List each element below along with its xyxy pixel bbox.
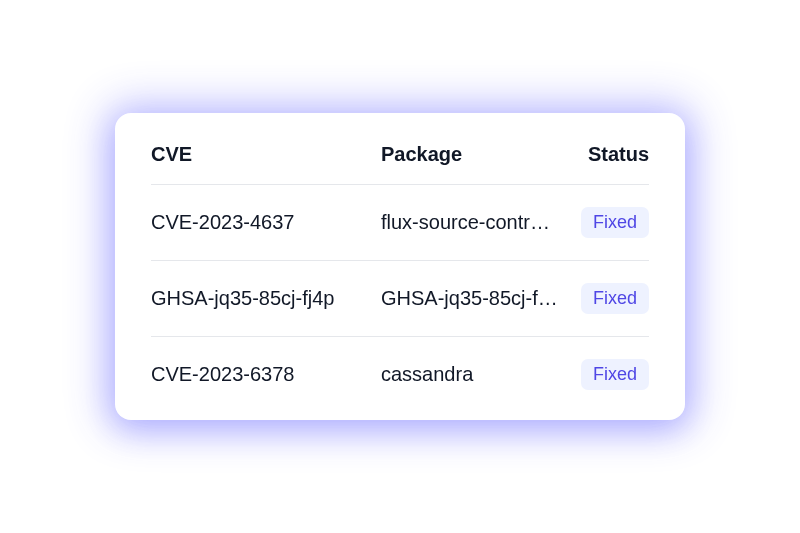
table-row[interactable]: CVE-2023-6378 cassandra Fixed (151, 337, 649, 390)
package-name: GHSA-jq35-85cj-fj4p (381, 287, 569, 310)
status-cell: Fixed (569, 359, 649, 390)
cve-id[interactable]: GHSA-jq35-85cj-fj4p (151, 287, 381, 310)
cve-id[interactable]: CVE-2023-6378 (151, 363, 381, 386)
table-row[interactable]: GHSA-jq35-85cj-fj4p GHSA-jq35-85cj-fj4p … (151, 261, 649, 337)
column-header-status: Status (569, 143, 649, 166)
package-name: cassandra (381, 363, 569, 386)
table-header-row: CVE Package Status (151, 143, 649, 185)
status-cell: Fixed (569, 283, 649, 314)
status-cell: Fixed (569, 207, 649, 238)
cve-id[interactable]: CVE-2023-4637 (151, 211, 381, 234)
package-name: flux-source-controll... (381, 211, 569, 234)
table-row[interactable]: CVE-2023-4637 flux-source-controll... Fi… (151, 185, 649, 261)
vulnerability-table: CVE Package Status CVE-2023-4637 flux-so… (151, 143, 649, 390)
status-badge: Fixed (581, 207, 649, 238)
column-header-package: Package (381, 143, 569, 166)
vulnerability-card: CVE Package Status CVE-2023-4637 flux-so… (115, 113, 685, 420)
status-badge: Fixed (581, 359, 649, 390)
status-badge: Fixed (581, 283, 649, 314)
column-header-cve: CVE (151, 143, 381, 166)
